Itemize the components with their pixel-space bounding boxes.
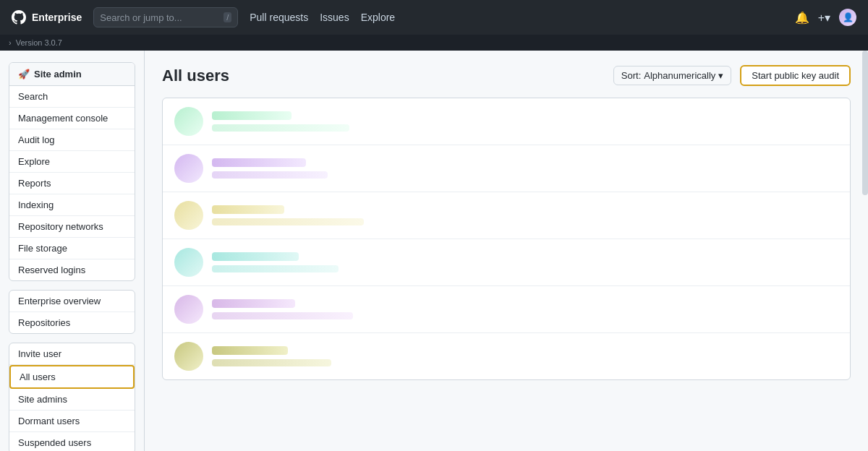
header-actions: Sort: Alphanumerically ▾ Start public ke…: [613, 65, 851, 86]
enterprise-label: Enterprise: [32, 12, 82, 23]
sidebar-item-enterprise-overview[interactable]: Enterprise overview: [9, 291, 135, 312]
table-row: [163, 333, 850, 379]
sidebar-item-reports[interactable]: Reports: [9, 173, 135, 194]
user-name-bar: [212, 205, 284, 214]
github-logo-icon: [12, 10, 26, 25]
sidebar-item-dormant-users[interactable]: Dormant users: [9, 411, 135, 432]
user-name-bar: [212, 252, 299, 261]
table-row: [163, 98, 850, 145]
sidebar-item-audit-log[interactable]: Audit log: [9, 129, 135, 151]
logo-area[interactable]: Enterprise: [12, 10, 82, 25]
search-placeholder: Search or jump to...: [100, 12, 182, 23]
sidebar-item-file-storage[interactable]: File storage: [9, 238, 135, 259]
page-title: All users: [162, 66, 229, 85]
main-content: All users Sort: Alphanumerically ▾ Start…: [145, 51, 868, 451]
table-row: [163, 286, 850, 333]
site-admin-icon: 🚀: [18, 69, 30, 80]
enterprise-section: Enterprise overview Repositories: [9, 290, 135, 334]
main-layout: 🚀 Site admin Search Management console A…: [0, 51, 868, 451]
avatar: [174, 154, 203, 183]
scrollbar[interactable]: [862, 51, 868, 195]
sidebar: 🚀 Site admin Search Management console A…: [0, 51, 145, 451]
sort-label: Sort:: [621, 70, 641, 81]
sidebar-item-suspended-users[interactable]: Suspended users: [9, 432, 135, 451]
sidebar-item-reserved-logins[interactable]: Reserved logins: [9, 259, 135, 280]
nav-explore[interactable]: Explore: [361, 12, 395, 23]
site-admin-section: 🚀 Site admin Search Management console A…: [9, 62, 135, 281]
avatar: [174, 107, 203, 136]
table-row: [163, 192, 850, 239]
sidebar-item-repository-networks[interactable]: Repository networks: [9, 216, 135, 238]
user-detail-bar: [212, 171, 328, 179]
sort-dropdown[interactable]: Sort: Alphanumerically ▾: [613, 66, 731, 85]
topbar-right: 🔔 +▾ 👤: [795, 9, 856, 26]
table-row: [163, 145, 850, 192]
page-header: All users Sort: Alphanumerically ▾ Start…: [162, 65, 851, 86]
start-public-key-audit-button[interactable]: Start public key audit: [740, 65, 851, 86]
table-row: [163, 239, 850, 286]
user-name-bar: [212, 346, 288, 355]
version-text: Version 3.0.7: [16, 38, 62, 47]
user-detail-bar: [212, 265, 339, 272]
user-detail-bar: [212, 218, 364, 226]
avatar: [174, 201, 203, 230]
sidebar-item-invite-user[interactable]: Invite user: [9, 343, 135, 365]
version-chevron: ›: [9, 38, 12, 47]
avatar: [174, 342, 203, 371]
user-name-bar: [212, 299, 295, 308]
search-kbd: /: [224, 12, 231, 22]
topbar-nav: Pull requests Issues Explore: [250, 12, 395, 23]
user-avatar-icon[interactable]: 👤: [839, 9, 856, 26]
avatar: [174, 248, 203, 277]
sidebar-item-management-console[interactable]: Management console: [9, 108, 135, 129]
bell-icon[interactable]: 🔔: [795, 11, 809, 25]
users-list: [162, 98, 851, 380]
sidebar-item-indexing[interactable]: Indexing: [9, 194, 135, 216]
plus-icon[interactable]: +▾: [818, 11, 830, 25]
user-name-bar: [212, 111, 292, 120]
avatar: [174, 295, 203, 324]
sidebar-item-explore[interactable]: Explore: [9, 151, 135, 173]
user-detail-bar: [212, 124, 349, 132]
user-detail-bar: [212, 359, 331, 366]
sort-chevron-icon: ▾: [718, 70, 723, 81]
sidebar-item-repositories[interactable]: Repositories: [9, 312, 135, 333]
sidebar-item-site-admins[interactable]: Site admins: [9, 389, 135, 411]
user-detail-bar: [212, 312, 353, 319]
sidebar-item-all-users[interactable]: All users: [9, 365, 135, 389]
user-info: [212, 158, 838, 179]
user-info: [212, 299, 838, 319]
user-info: [212, 111, 838, 132]
site-admin-label: Site admin: [34, 69, 82, 80]
sort-value: Alphanumerically: [644, 70, 715, 81]
user-info: [212, 205, 838, 226]
version-bar: › Version 3.0.7: [0, 35, 868, 51]
users-section: Invite user All users Site admins Dorman…: [9, 343, 135, 451]
user-name-bar: [212, 158, 306, 167]
topbar: Enterprise Search or jump to... / Pull r…: [0, 0, 868, 35]
search-box[interactable]: Search or jump to... /: [93, 7, 238, 27]
user-info: [212, 346, 838, 366]
nav-issues[interactable]: Issues: [320, 12, 349, 23]
site-admin-header: 🚀 Site admin: [9, 63, 135, 86]
user-info: [212, 252, 838, 272]
sidebar-item-search[interactable]: Search: [9, 86, 135, 108]
nav-pull-requests[interactable]: Pull requests: [250, 12, 308, 23]
